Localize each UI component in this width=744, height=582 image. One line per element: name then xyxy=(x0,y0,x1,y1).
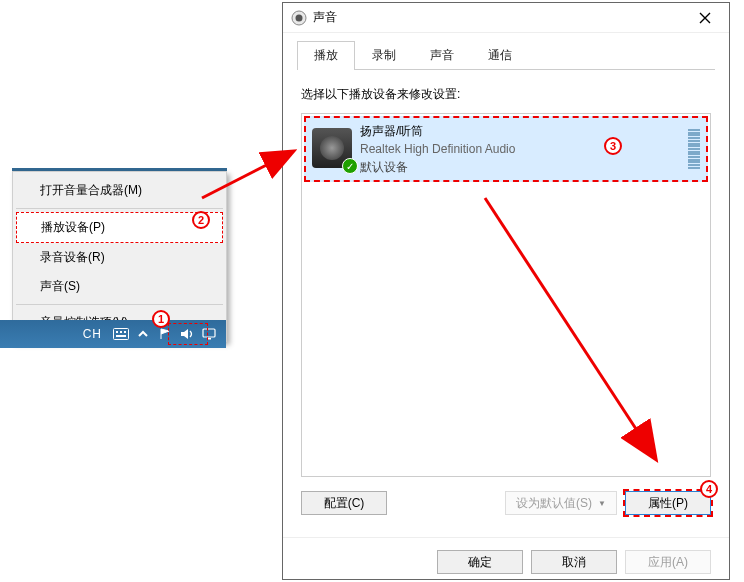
check-default-icon: ✓ xyxy=(342,158,358,174)
tab-sounds[interactable]: 声音 xyxy=(413,41,471,69)
dialog-action-row: 确定 取消 应用(A) xyxy=(283,537,729,582)
dialog-title: 声音 xyxy=(313,9,685,26)
dialog-body: 选择以下播放设备来修改设置: ✓ 扬声器/听筒 Realtek High Def… xyxy=(283,70,729,529)
annotation-badge-2: 2 xyxy=(192,211,210,229)
svg-point-8 xyxy=(296,14,303,21)
device-name: 扬声器/听筒 xyxy=(360,122,688,140)
cancel-button[interactable]: 取消 xyxy=(531,550,617,574)
svg-rect-5 xyxy=(203,329,215,337)
svg-rect-1 xyxy=(116,331,118,333)
monitor-icon[interactable] xyxy=(201,326,217,342)
svg-rect-4 xyxy=(116,335,126,337)
menu-item-open-mixer[interactable]: 打开音量合成器(M) xyxy=(16,176,223,205)
level-meter-icon xyxy=(688,127,700,171)
tray-chevron-up-icon[interactable] xyxy=(135,326,151,342)
volume-icon[interactable] xyxy=(179,326,195,342)
close-button[interactable] xyxy=(685,5,725,31)
apply-button: 应用(A) xyxy=(625,550,711,574)
annotation-badge-3: 3 xyxy=(604,137,622,155)
menu-item-recording-devices[interactable]: 录音设备(R) xyxy=(16,243,223,272)
tray-context-menu: 打开音量合成器(M) 播放设备(P) 录音设备(R) 声音(S) 音量控制选项(… xyxy=(12,168,227,342)
context-menu-body: 打开音量合成器(M) 播放设备(P) 录音设备(R) 声音(S) 音量控制选项(… xyxy=(12,171,227,342)
taskbar-tray: CH xyxy=(0,320,226,348)
menu-separator xyxy=(16,304,223,305)
svg-rect-0 xyxy=(114,329,129,340)
device-text: 扬声器/听筒 Realtek High Definition Audio 默认设… xyxy=(360,122,688,176)
annotation-badge-4: 4 xyxy=(700,480,718,498)
instruction-label: 选择以下播放设备来修改设置: xyxy=(301,86,711,103)
tab-playback[interactable]: 播放 xyxy=(297,41,355,69)
annotation-badge-1: 1 xyxy=(152,310,170,328)
dialog-tabs: 播放 录制 声音 通信 xyxy=(297,41,715,70)
svg-rect-2 xyxy=(120,331,122,333)
device-status: 默认设备 xyxy=(360,158,688,176)
menu-item-sounds[interactable]: 声音(S) xyxy=(16,272,223,301)
flag-icon[interactable] xyxy=(157,326,173,342)
menu-separator xyxy=(16,208,223,209)
speaker-title-icon xyxy=(291,10,307,26)
svg-rect-3 xyxy=(124,331,126,333)
bottom-row-1: 配置(C) 设为默认值(S) 属性(P) xyxy=(301,491,711,515)
sound-dialog: 声音 播放 录制 声音 通信 选择以下播放设备来修改设置: ✓ 扬声器/听筒 R… xyxy=(282,2,730,580)
keyboard-icon[interactable] xyxy=(113,326,129,342)
tab-communications[interactable]: 通信 xyxy=(471,41,529,69)
device-item-speakers[interactable]: ✓ 扬声器/听筒 Realtek High Definition Audio 默… xyxy=(304,116,708,182)
device-driver: Realtek High Definition Audio xyxy=(360,140,688,158)
device-icon: ✓ xyxy=(312,128,354,170)
properties-button[interactable]: 属性(P) xyxy=(625,491,711,515)
svg-rect-6 xyxy=(207,338,211,340)
dialog-titlebar[interactable]: 声音 xyxy=(283,3,729,33)
configure-button[interactable]: 配置(C) xyxy=(301,491,387,515)
ime-indicator[interactable]: CH xyxy=(83,327,102,341)
tab-recording[interactable]: 录制 xyxy=(355,41,413,69)
set-default-button: 设为默认值(S) xyxy=(505,491,617,515)
device-list[interactable]: ✓ 扬声器/听筒 Realtek High Definition Audio 默… xyxy=(301,113,711,477)
ok-button[interactable]: 确定 xyxy=(437,550,523,574)
